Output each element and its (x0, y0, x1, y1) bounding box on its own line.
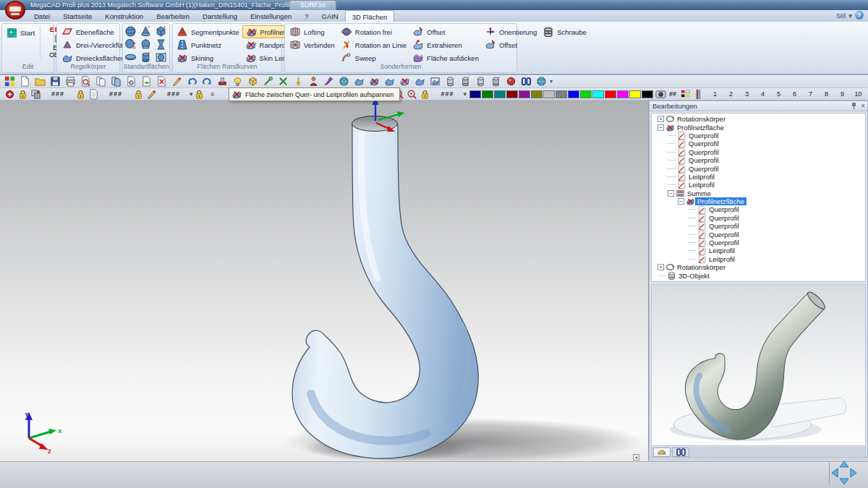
ribbon-item-punktnetz[interactable]: Punktnetz (174, 38, 242, 51)
disk-icon[interactable] (48, 76, 61, 87)
close-icon[interactable]: × (861, 102, 865, 110)
pan-icon[interactable] (829, 460, 859, 486)
splitter-grip[interactable] (633, 454, 639, 461)
standart-cylb-button[interactable] (140, 51, 154, 64)
tree-item-label[interactable]: 3D-Objekt (676, 272, 712, 280)
pencil-icon[interactable] (170, 76, 183, 87)
tree-item-leitprofil[interactable]: Leitprofil (652, 247, 865, 254)
tree-item-label[interactable]: Leitprofil (686, 173, 717, 181)
docred-icon[interactable] (155, 76, 168, 87)
layers-icon[interactable] (29, 88, 42, 100)
searchdoc-icon[interactable] (79, 76, 92, 87)
menu-item-startseite[interactable]: Startseite (56, 10, 98, 22)
color-swatch-9[interactable] (580, 90, 592, 98)
toolg-icon[interactable] (261, 76, 274, 87)
tree-item-querprofil[interactable]: Querprofil (652, 230, 865, 238)
standart-discb-button[interactable] (124, 51, 139, 64)
chevron-small-icon2[interactable]: ▾ (464, 90, 467, 98)
style-menu[interactable]: Stil (836, 12, 846, 20)
tree-item-label[interactable]: Querprofil (686, 148, 721, 156)
color-swatch-11[interactable] (605, 90, 616, 98)
layer-field[interactable]: ### (42, 90, 74, 98)
cylg-icon[interactable] (474, 76, 487, 87)
help-icon[interactable]: ? (855, 11, 864, 20)
tree-item-label[interactable]: Profilnetzfläche (675, 124, 726, 132)
surfx-icon[interactable] (367, 76, 380, 87)
menu-item--[interactable]: ? (298, 10, 315, 22)
color-swatch-5[interactable] (531, 90, 542, 98)
standart-boxpr-button[interactable] (155, 25, 169, 38)
tree-item-querprofil[interactable]: Querprofil (652, 239, 865, 247)
menu-item-datei[interactable]: Datei (27, 10, 56, 22)
layer-number-4[interactable]: 4 (758, 90, 767, 98)
docstack-icon[interactable] (109, 76, 122, 87)
tree-item-label[interactable]: Querprofil (686, 165, 721, 173)
globe2-icon[interactable] (535, 76, 548, 87)
standart-hourg-button[interactable] (155, 38, 169, 51)
docarr-icon[interactable] (140, 76, 153, 87)
lamp-icon[interactable] (231, 76, 244, 87)
tree-item-querprofil[interactable]: Querprofil (652, 205, 865, 213)
color-swatch-6[interactable] (543, 90, 555, 98)
color-swatch-14[interactable] (642, 90, 653, 98)
render-mode-icon[interactable] (654, 88, 667, 100)
tree-item-label[interactable]: Leitprofil (707, 255, 737, 263)
globe-icon[interactable] (337, 76, 350, 87)
ribbon-item-rotation-frei[interactable]: Rotation frei (338, 25, 409, 38)
ribbon-item-lofting[interactable]: Lofting (286, 25, 338, 38)
tree-item-label[interactable]: Rotationskörper (675, 115, 728, 123)
folder-icon[interactable] (33, 76, 46, 87)
layer-number-9[interactable]: 9 (838, 90, 847, 98)
cylg2-icon[interactable] (489, 76, 502, 87)
group-field[interactable]: ### (100, 90, 132, 98)
menu-item-bearbeiten[interactable]: Bearbeiten (150, 10, 196, 22)
redo-icon[interactable] (200, 76, 213, 87)
tree-item-label[interactable]: Querprofil (686, 140, 721, 147)
sphred-icon[interactable] (504, 76, 517, 87)
add-point-icon[interactable] (3, 88, 16, 100)
brush-icon[interactable] (322, 76, 335, 87)
tree-item-label[interactable]: Querprofil (707, 231, 741, 239)
ribbon-item-verbinden[interactable]: Verbinden (286, 38, 338, 51)
main-viewport[interactable]: Y X Z (0, 100, 649, 461)
surfb-icon[interactable] (413, 76, 426, 87)
grid-icon[interactable] (3, 76, 16, 87)
cylg-icon[interactable] (443, 76, 456, 87)
toolbar-overflow-icon[interactable]: ▾ (550, 78, 553, 85)
person-icon[interactable] (307, 76, 320, 87)
pin-icon[interactable] (851, 102, 857, 110)
color-swatch-1[interactable] (482, 90, 493, 98)
layer-number-2[interactable]: 2 (726, 90, 736, 98)
layer-number-5[interactable]: 5 (774, 90, 783, 98)
layer-number-6[interactable]: 6 (790, 90, 799, 98)
tab-structure-view[interactable] (672, 448, 689, 457)
tree-item-rotationsk-rper[interactable]: +Rotationskörper (652, 115, 865, 123)
doc-icon[interactable] (18, 76, 31, 87)
tree-item-leitprofil[interactable]: Leitprofil (652, 255, 865, 263)
ribbon-item-extrahieren[interactable]: Extrahieren (409, 38, 482, 51)
hatch-button[interactable]: ## (669, 90, 676, 98)
tree-item-rotationsk-rper[interactable]: +Rotationskörper (652, 263, 865, 271)
menu-item-darstellung[interactable]: Darstellung (196, 10, 244, 22)
ribbon-item-rotation-an-linie[interactable]: Rotation an Linie (338, 38, 409, 51)
tree-item-label[interactable]: Querprofil (707, 222, 741, 230)
undo-icon[interactable] (185, 76, 198, 87)
ribbon-item-segmentpunkte[interactable]: Segmentpunkte (174, 25, 242, 38)
tree-item-label[interactable]: Querprofil (707, 205, 741, 213)
lock-pen-icon[interactable] (132, 88, 145, 100)
tree-item-3d-objekt[interactable]: 3D-Objekt (652, 271, 865, 279)
pen-style-icon[interactable] (145, 88, 158, 100)
start-button[interactable]: Start (4, 26, 38, 39)
collapse-icon[interactable]: − (658, 124, 664, 131)
color-swatch-2[interactable] (494, 90, 506, 98)
zoom-previous-icon[interactable] (406, 88, 419, 100)
ribbon-item-offset[interactable]: Offset (409, 25, 482, 38)
layer-number-8[interactable]: 8 (822, 90, 831, 98)
surfx2-icon[interactable] (398, 76, 411, 87)
layer-number-3[interactable]: 3 (742, 90, 752, 98)
ribbon-item-drei-viereckfl-che[interactable]: Drei-/Viereckfläche (59, 38, 118, 51)
lock-layer-icon[interactable] (16, 88, 29, 100)
cylg2-icon[interactable] (459, 76, 472, 87)
tree-item-label[interactable]: Querprofil (707, 214, 741, 222)
cube-icon[interactable] (246, 76, 259, 87)
